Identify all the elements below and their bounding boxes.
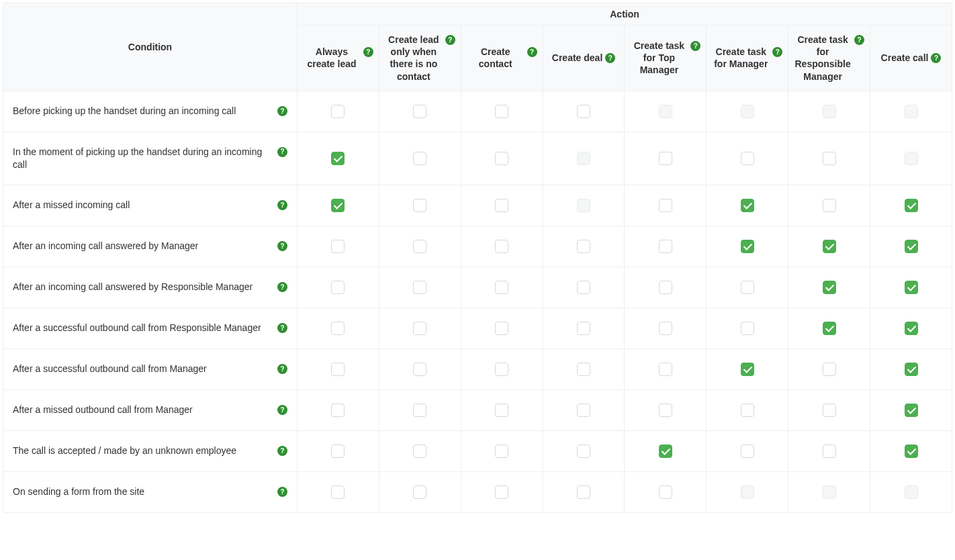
action-checkbox[interactable] [495, 404, 508, 417]
action-checkbox[interactable] [741, 199, 754, 212]
action-checkbox[interactable] [495, 152, 508, 165]
action-checkbox[interactable] [905, 363, 918, 376]
action-checkbox[interactable] [659, 281, 672, 294]
action-cell [788, 226, 870, 267]
action-checkbox[interactable] [495, 445, 508, 458]
action-checkbox[interactable] [577, 445, 590, 458]
action-checkbox[interactable] [413, 322, 426, 335]
action-checkbox[interactable] [577, 105, 590, 118]
action-checkbox[interactable] [495, 240, 508, 253]
action-checkbox[interactable] [659, 363, 672, 376]
action-checkbox[interactable] [413, 105, 426, 118]
help-icon[interactable] [854, 35, 864, 45]
action-checkbox[interactable] [741, 281, 754, 294]
action-checkbox[interactable] [659, 445, 672, 458]
help-icon[interactable] [690, 41, 700, 51]
action-checkbox[interactable] [495, 485, 508, 499]
action-checkbox[interactable] [905, 445, 918, 458]
action-checkbox[interactable] [823, 404, 836, 417]
action-checkbox[interactable] [659, 152, 672, 165]
action-cell [625, 471, 707, 512]
action-checkbox[interactable] [659, 485, 672, 499]
help-icon[interactable] [363, 47, 373, 57]
action-checkbox[interactable] [495, 363, 508, 376]
help-icon[interactable] [277, 405, 287, 415]
action-checkbox[interactable] [331, 199, 345, 212]
action-checkbox[interactable] [413, 240, 426, 253]
help-icon[interactable] [277, 487, 287, 497]
action-checkbox[interactable] [331, 404, 345, 417]
action-checkbox[interactable] [413, 445, 426, 458]
action-checkbox[interactable] [659, 404, 672, 417]
action-checkbox[interactable] [331, 281, 345, 294]
action-checkbox[interactable] [331, 363, 345, 376]
action-checkbox[interactable] [413, 485, 426, 499]
condition-header: Condition [3, 3, 298, 91]
action-checkbox[interactable] [741, 404, 754, 417]
help-icon[interactable] [445, 35, 455, 45]
action-cell [298, 471, 379, 512]
action-checkbox[interactable] [659, 240, 672, 253]
action-checkbox[interactable] [413, 363, 426, 376]
action-checkbox[interactable] [413, 199, 426, 212]
action-checkbox[interactable] [413, 281, 426, 294]
condition-cell: Before picking up the handset during an … [3, 91, 298, 132]
action-checkbox[interactable] [659, 322, 672, 335]
action-checkbox[interactable] [577, 485, 590, 499]
action-checkbox[interactable] [823, 363, 836, 376]
action-checkbox[interactable] [659, 199, 672, 212]
help-icon[interactable] [277, 364, 287, 374]
action-checkbox[interactable] [741, 322, 754, 335]
action-checkbox[interactable] [577, 363, 590, 376]
action-checkbox[interactable] [823, 445, 836, 458]
action-checkbox[interactable] [495, 199, 508, 212]
action-checkbox[interactable] [413, 152, 426, 165]
action-checkbox[interactable] [331, 240, 345, 253]
action-checkbox[interactable] [741, 152, 754, 165]
action-checkbox[interactable] [331, 105, 345, 118]
action-checkbox[interactable] [495, 281, 508, 294]
action-checkbox[interactable] [823, 322, 836, 335]
action-checkbox[interactable] [823, 199, 836, 212]
action-checkbox[interactable] [331, 485, 345, 499]
help-icon[interactable] [277, 282, 287, 292]
help-icon[interactable] [605, 53, 615, 63]
help-icon[interactable] [277, 446, 287, 456]
action-checkbox[interactable] [331, 152, 345, 165]
action-checkbox[interactable] [741, 445, 754, 458]
action-checkbox[interactable] [905, 281, 918, 294]
action-checkbox[interactable] [905, 199, 918, 212]
action-checkbox[interactable] [577, 240, 590, 253]
table-row: The call is accepted / made by an unknow… [3, 430, 952, 471]
action-checkbox[interactable] [495, 322, 508, 335]
action-checkbox[interactable] [823, 240, 836, 253]
action-checkbox[interactable] [905, 240, 918, 253]
condition-label: After a missed outbound call from Manage… [13, 404, 193, 416]
help-icon[interactable] [277, 200, 287, 210]
action-checkbox[interactable] [823, 281, 836, 294]
action-checkbox[interactable] [905, 404, 918, 417]
action-checkbox[interactable] [413, 404, 426, 417]
help-icon[interactable] [772, 47, 782, 57]
action-checkbox[interactable] [495, 105, 508, 118]
action-checkbox[interactable] [331, 322, 345, 335]
action-checkbox[interactable] [577, 404, 590, 417]
condition-cell: After a missed outbound call from Manage… [3, 389, 298, 430]
action-checkbox[interactable] [741, 240, 754, 253]
action-checkbox[interactable] [577, 281, 590, 294]
action-checkbox[interactable] [577, 322, 590, 335]
action-checkbox[interactable] [331, 445, 345, 458]
help-icon[interactable] [277, 106, 287, 116]
action-cell [870, 430, 952, 471]
action-cell [379, 91, 461, 132]
help-icon[interactable] [277, 147, 287, 157]
action-checkbox[interactable] [905, 322, 918, 335]
action-column-label: Create task for Manager [712, 46, 770, 70]
action-checkbox[interactable] [741, 363, 754, 376]
help-icon[interactable] [527, 47, 537, 57]
help-icon[interactable] [277, 323, 287, 333]
help-icon[interactable] [931, 53, 941, 63]
action-cell [870, 132, 952, 185]
help-icon[interactable] [277, 241, 287, 251]
action-checkbox[interactable] [823, 152, 836, 165]
